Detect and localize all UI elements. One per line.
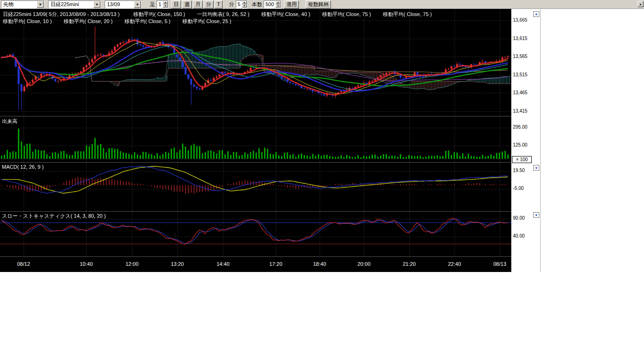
minute-value: 5 — [236, 1, 242, 7]
chevron-down-icon: ▼ — [535, 13, 538, 16]
spin-down-icon[interactable]: ▼ — [242, 4, 247, 8]
category-select[interactable]: 先物 ▼ — [1, 0, 44, 8]
value-axis-label: 13,565 — [513, 54, 528, 59]
chevron-down-icon[interactable]: ▼ — [37, 1, 44, 8]
time-axis-label: 08/13 — [493, 261, 506, 267]
spin-down-icon[interactable]: ▼ — [275, 4, 281, 8]
time-axis-label: 10:40 — [80, 261, 93, 267]
macd-chart-canvas[interactable] — [0, 163, 511, 211]
stochastics-pane-dropdown-button[interactable]: ▼ — [533, 212, 539, 218]
time-axis-label: 08/12 — [17, 261, 30, 267]
count-spinner[interactable]: 500 ▲▼ — [264, 0, 281, 8]
value-axis-label: 13,415 — [513, 108, 528, 114]
price-chart-canvas[interactable] — [0, 9, 511, 116]
bar-interval-spinner[interactable]: 1 ▲▼ — [157, 0, 168, 8]
indicator-label: 移動平均( Close, 25 ) — [182, 18, 231, 24]
time-axis-label: 22:40 — [448, 261, 461, 267]
indicator-row-2: 移動平均( Close, 10 ) 移動平均( Close, 20 ) 移動平均… — [3, 18, 242, 25]
spin-up-icon[interactable]: ▲ — [242, 1, 247, 4]
chevron-down-icon: ▼ — [535, 214, 538, 217]
chevron-down-icon[interactable]: ▼ — [134, 1, 141, 8]
spin-down-icon[interactable]: ▼ — [163, 4, 168, 8]
macd-pane-dropdown-button[interactable]: ▼ — [533, 165, 539, 171]
volume-chart-canvas[interactable] — [0, 116, 511, 162]
period-week-button[interactable]: 週 — [182, 0, 192, 8]
value-axis-label: 19.50 — [513, 168, 525, 173]
symbol-value: 日経225mini — [49, 1, 93, 8]
period-tick-button[interactable]: T — [215, 0, 223, 8]
minute-spinner[interactable]: 5 ▲▼ — [236, 0, 248, 8]
indicator-label: 移動平均( Close, 40 ) — [261, 11, 310, 17]
volume-pane: 出来高 — [0, 116, 511, 162]
stochastics-label: スロー・ストキャスティクス( 14, 3, 80, 20 ) — [2, 213, 106, 220]
volume-label: 出来高 — [2, 118, 17, 125]
value-axis-strip: × 100 13,66513,61513,56513,51513,46513,4… — [511, 9, 533, 272]
indicator-label: 移動平均( Close, 10 ) — [3, 18, 52, 24]
scroll-up-button[interactable]: ▲ — [637, 1, 644, 7]
price-pane: 日経225mini 13/09( 5分, 2013/08/09 - 2013/0… — [0, 9, 511, 116]
indicator-label: 移動平均( Close, 75 ) — [383, 11, 432, 17]
indicator-label: 一目均衡表( 9, 26, 52 ) — [197, 11, 249, 17]
macd-pane: MACD( 12, 26, 9 ) — [0, 162, 511, 211]
time-axis-label: 20:00 — [357, 261, 371, 267]
value-axis-label: 13,665 — [513, 17, 528, 23]
value-axis-label: 13,465 — [513, 90, 528, 95]
period-minute-button[interactable]: 分 — [204, 0, 214, 8]
bar-interval-value: 1 — [157, 1, 163, 7]
multi-symbol-button[interactable]: 複数銘柄 — [305, 0, 331, 8]
price-pane-dropdown-button[interactable]: ▼ — [533, 11, 539, 17]
volume-multiplier: × 100 — [512, 156, 532, 163]
indicator-label: 移動平均( Close, 20 ) — [64, 18, 113, 24]
time-axis: 08/1210:4012:0013:2014:4017:2018:4020:00… — [0, 256, 511, 272]
value-axis-label: 90.00 — [513, 215, 525, 221]
contract-value: 13/09 — [105, 1, 134, 7]
chevron-down-icon[interactable]: ▼ — [93, 1, 100, 8]
value-axis-label: 125.00 — [513, 142, 528, 148]
time-axis-label: 17:20 — [269, 261, 282, 267]
time-axis-label: 13:20 — [171, 261, 184, 267]
value-axis-label: 13,515 — [513, 72, 528, 77]
minute-label: 分 — [229, 1, 234, 8]
period-day-button[interactable]: 日 — [171, 0, 181, 8]
indicator-label: 移動平均( Close, 75 ) — [322, 11, 371, 17]
symbol-select[interactable]: 日経225mini ▼ — [48, 0, 101, 8]
value-axis-label: 40.00 — [513, 233, 525, 239]
contract-select[interactable]: 13/09 ▼ — [105, 0, 141, 8]
value-axis-label: 13,615 — [513, 36, 528, 41]
apply-button[interactable]: 適用 — [284, 0, 299, 8]
category-value: 先物 — [1, 1, 37, 8]
chart-area: 日経225mini 13/09( 5分, 2013/08/09 - 2013/0… — [0, 9, 511, 272]
chevron-down-icon: ▼ — [535, 166, 538, 170]
indicator-label: 移動平均( Close, 5 ) — [124, 18, 171, 24]
count-value: 500 — [264, 1, 275, 7]
chart-title-row: 日経225mini 13/09( 5分, 2013/08/09 - 2013/0… — [3, 11, 442, 18]
spin-up-icon[interactable]: ▲ — [163, 1, 168, 4]
time-axis-label: 21:20 — [403, 261, 416, 267]
bar-type-label: 足 — [150, 1, 155, 8]
chart-title: 日経225mini 13/09( 5分, 2013/08/09 - 2013/0… — [3, 11, 120, 17]
value-axis-label: 295.00 — [513, 124, 528, 130]
pane-controls-strip: ▼ ▼ ▼ — [533, 9, 541, 272]
stochastics-pane: スロー・ストキャスティクス( 14, 3, 80, 20 ) — [0, 211, 511, 256]
count-label: 本数 — [252, 1, 262, 8]
chevron-up-icon: ▲ — [639, 3, 642, 6]
time-axis-label: 18:40 — [313, 261, 326, 267]
spin-up-icon[interactable]: ▲ — [275, 1, 281, 4]
period-month-button[interactable]: 月 — [193, 0, 203, 8]
indicator-label: 移動平均( Close, 150 ) — [133, 11, 185, 17]
value-axis-label: -5.00 — [513, 186, 524, 191]
macd-label: MACD( 12, 26, 9 ) — [2, 164, 44, 170]
toolbar: 先物 ▼ 日経225mini ▼ 13/09 ▼ 足 1 ▲▼ 日 週 月 分 … — [0, 0, 644, 9]
time-axis-label: 14:40 — [216, 261, 230, 267]
time-axis-label: 12:00 — [125, 261, 139, 267]
